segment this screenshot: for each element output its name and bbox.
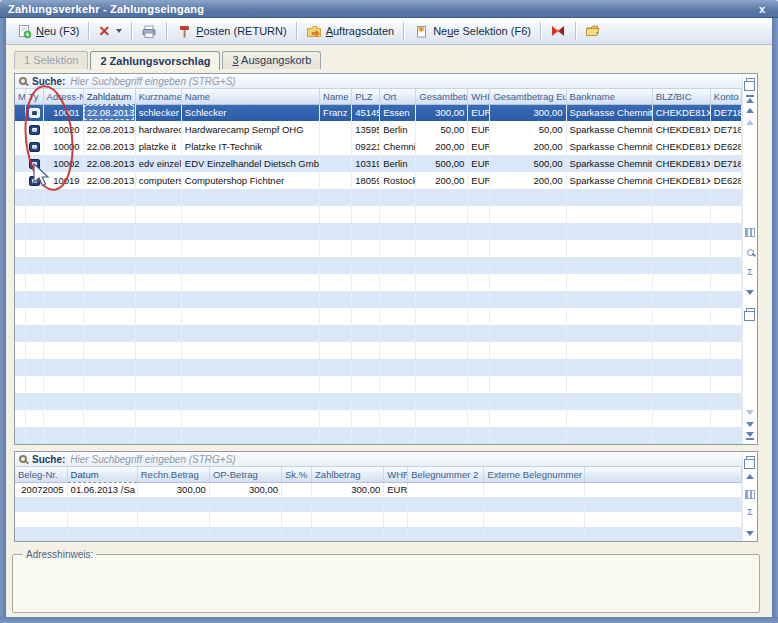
cell-konto	[710, 189, 741, 206]
column-header-plz[interactable]: PLZ	[352, 89, 380, 104]
column-header-konto[interactable]: Konto	[710, 89, 741, 104]
open-folder-button[interactable]	[579, 20, 607, 42]
cell-name	[181, 206, 319, 223]
column-header-name[interactable]: Name	[181, 89, 319, 104]
table-row[interactable]	[15, 257, 742, 274]
table-row[interactable]	[15, 410, 742, 427]
table-row[interactable]	[15, 291, 742, 308]
column-header-sk[interactable]: Sk.%	[282, 467, 312, 482]
grid-search-icon[interactable]	[744, 246, 757, 258]
scroll-down-icon[interactable]	[744, 418, 757, 430]
sum-icon[interactable]: Σ	[744, 266, 757, 278]
table-row[interactable]: 1000222.08.2013edv einzelEDV Einzelhande…	[15, 155, 742, 172]
column-header-ty[interactable]: Ty	[25, 89, 43, 104]
cell-gesamtbetrag_euro: 500,00	[490, 155, 566, 172]
copy-grid-icon[interactable]	[744, 76, 757, 88]
cell-name2	[320, 427, 352, 444]
table-row[interactable]	[15, 527, 742, 541]
page-down-icon[interactable]	[744, 406, 757, 418]
table-row[interactable]	[15, 240, 742, 257]
auftragsdaten-button[interactable]: Auftragsdaten	[300, 20, 401, 42]
neue-selektion-button[interactable]: ✱ Neue Selektion (F6)	[407, 20, 537, 42]
column-header-externe_belegnummer[interactable]: Externe Belegnummer	[484, 467, 584, 482]
table-row[interactable]	[15, 325, 742, 342]
support-button[interactable]	[544, 20, 572, 42]
table-row[interactable]: 1001922.08.2013computershComputershop Fi…	[15, 172, 742, 189]
column-header-rechn_betrag[interactable]: Rechn.Betrag	[137, 467, 209, 482]
cell-plz	[352, 410, 380, 427]
scroll-up-icon[interactable]	[744, 104, 757, 116]
search-label: Suche:	[32, 454, 65, 465]
cell-m	[15, 189, 25, 206]
cell-adress_nr	[43, 291, 83, 308]
scroll-down-icon[interactable]	[744, 527, 757, 539]
column-header-ort[interactable]: Ort	[380, 89, 416, 104]
copy-grid-icon[interactable]	[744, 454, 757, 466]
table-row[interactable]	[15, 512, 742, 527]
table-row[interactable]	[15, 223, 742, 240]
table-row[interactable]	[15, 376, 742, 393]
dropdown-caret-icon[interactable]	[116, 29, 122, 33]
cell-plz	[352, 342, 380, 359]
table-row[interactable]	[15, 342, 742, 359]
column-header-datum[interactable]: Datum	[67, 467, 137, 482]
new-button[interactable]: Neu (F3)	[10, 20, 85, 42]
table-row[interactable]	[15, 308, 742, 325]
column-header-op_betrag[interactable]: OP-Betrag	[209, 467, 281, 482]
column-header-blz_bic[interactable]: BLZ/BIC	[652, 89, 710, 104]
cell-gesamtbetrag	[416, 291, 468, 308]
columns-icon[interactable]	[744, 226, 757, 238]
go-last-icon[interactable]	[744, 430, 757, 442]
cell-zahldatum: 22.08.2013	[83, 155, 135, 172]
tab-zahlungsvorschlag[interactable]: 2 Zahlungsvorschlag	[90, 51, 220, 70]
column-header-zahldatum[interactable]: Zahldatum	[83, 89, 135, 104]
table-row[interactable]	[15, 274, 742, 291]
table-row[interactable]: 1000022.08.2013platzke itPlatzke IT-Tech…	[15, 138, 742, 155]
export-icon[interactable]	[744, 306, 757, 318]
sum-icon[interactable]: Σ	[744, 506, 757, 518]
toolbar-separator	[575, 22, 576, 40]
table-row[interactable]	[15, 206, 742, 223]
close-button[interactable]: x	[754, 3, 770, 15]
table-row[interactable]	[15, 189, 742, 206]
table-row[interactable]	[15, 359, 742, 376]
table-row[interactable]	[15, 393, 742, 410]
window-title: Zahlungsverkehr - Zahlungseingang	[8, 3, 204, 15]
column-header-bankname[interactable]: Bankname	[566, 89, 652, 104]
tab-selektion[interactable]: 1 Selektion	[14, 51, 88, 69]
table-row[interactable]	[15, 427, 742, 444]
column-header-gesamtbetrag[interactable]: Gesamtbetrag	[416, 89, 468, 104]
table-row[interactable]: 2007200501.06.2013 /Sa300,00300,00300,00…	[15, 482, 742, 497]
table-row[interactable]: 1002022.08.2013hardwarecaHardwarecamp Se…	[15, 121, 742, 138]
cell-konto	[710, 342, 741, 359]
filter-icon[interactable]	[744, 286, 757, 298]
column-header-whr[interactable]: WHR	[384, 467, 408, 482]
table-row[interactable]: 1000122.08.2013schleckerSchleckerFranz45…	[15, 104, 742, 121]
scroll-up-icon[interactable]	[744, 470, 757, 482]
table-row[interactable]	[15, 497, 742, 512]
columns-icon[interactable]	[744, 488, 757, 500]
page-up-icon[interactable]	[744, 116, 757, 128]
column-header-beleg_nr[interactable]: Beleg-Nr.	[15, 467, 67, 482]
column-header-kurzname[interactable]: Kurzname	[135, 89, 181, 104]
print-button[interactable]	[135, 20, 163, 42]
column-header-adress_nr[interactable]: Adress-Nr.	[43, 89, 83, 104]
column-header-m[interactable]: M	[15, 89, 25, 104]
cell-gesamtbetrag	[416, 427, 468, 444]
column-header-zahlbetrag[interactable]: Zahlbetrag	[312, 467, 384, 482]
posten-button[interactable]: Posten (RETURN)	[170, 20, 292, 42]
cell-blz_bic	[652, 342, 710, 359]
tab-ausgangskorb[interactable]: 3 Ausgangskorb	[222, 51, 321, 69]
cell-m	[15, 274, 25, 291]
go-first-icon[interactable]	[744, 92, 757, 104]
search-bar-items[interactable]: Suche: Hier Suchbegriff eingeben (STRG+S…	[15, 452, 757, 467]
column-header-belegnummer2[interactable]: Belegnummer 2	[408, 467, 484, 482]
cell-gesamtbetrag	[416, 359, 468, 376]
column-header-filler[interactable]	[584, 467, 741, 482]
cell-op_betrag	[209, 512, 281, 527]
column-header-name2[interactable]: Name 2	[320, 89, 352, 104]
delete-button[interactable]: ✕	[92, 20, 128, 42]
column-header-whr[interactable]: WHR	[468, 89, 490, 104]
column-header-gesamtbetrag_euro[interactable]: Gesamtbetrag Euro	[490, 89, 566, 104]
search-bar-payments[interactable]: Suche: Hier Suchbegriff eingeben (STRG+S…	[15, 74, 757, 89]
